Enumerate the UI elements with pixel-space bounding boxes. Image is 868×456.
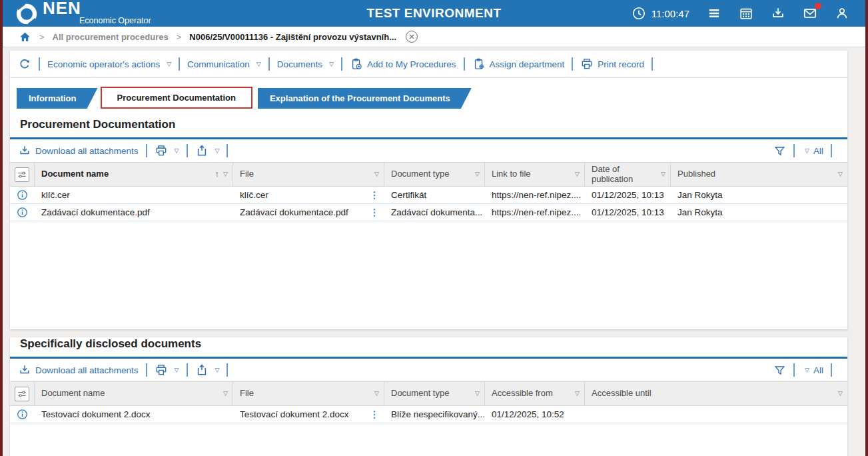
cell-accessible-from: 01/12/2025, 10:52 xyxy=(485,406,585,423)
filter-all-label: All xyxy=(813,146,823,156)
chevron-down-icon: ▽ xyxy=(805,367,809,373)
column-header-published[interactable]: Published ▽ xyxy=(671,163,847,186)
column-label: Accessible from xyxy=(492,389,574,399)
column-filter-icon[interactable]: ▽ xyxy=(838,171,843,177)
menu-economic-operators-actions[interactable]: Economic operator's actions ▽ xyxy=(47,59,171,69)
filter-all-dropdown[interactable]: ▽ All xyxy=(802,146,823,156)
toolbar-divider xyxy=(146,144,147,157)
download-all-attachments-button[interactable]: Download all attachments xyxy=(18,144,139,157)
action-label: Add to My Procedures xyxy=(367,59,456,69)
procurement-card: Economic operator's actions ▽ Communicat… xyxy=(10,51,847,329)
column-header-date-of-publication[interactable]: Date of publication ▽ xyxy=(585,163,671,186)
column-header-document-name[interactable]: Document name ↑ ▽ xyxy=(35,163,233,186)
tab-explanation[interactable]: Explanation of the Procurement Documents xyxy=(258,88,472,109)
column-label: Document name xyxy=(41,169,214,179)
row-menu-icon[interactable] xyxy=(370,409,379,420)
column-header-accessible-until[interactable]: Accessible until ▽ xyxy=(585,382,847,405)
print-record-button[interactable]: Print record xyxy=(580,57,644,71)
download-all-attachments-button[interactable]: Download all attachments xyxy=(18,363,139,377)
print-table-button[interactable]: ▽ xyxy=(155,363,179,377)
table-row[interactable]: Zadávací dokumentace.pdf Zadávací dokume… xyxy=(10,204,847,221)
tab-bar: Information Procurement Documentation Ex… xyxy=(17,87,847,109)
filter-funnel-icon[interactable] xyxy=(773,145,786,157)
cell-accessible-until xyxy=(585,406,847,423)
breadcrumb-current-procedure[interactable]: N006/25/V00011136 - Zajištění provozu vý… xyxy=(189,32,396,42)
file-name[interactable]: Testovací dokument 2.docx xyxy=(240,409,349,419)
column-header-document-name[interactable]: Document name ▽ xyxy=(35,382,233,405)
cell-document-type: Blíže nespecifikovaný... xyxy=(384,406,485,423)
table-row[interactable]: klíč.cer klíč.cer Certifikát https://nen… xyxy=(10,187,847,204)
cell-document-name: klíč.cer xyxy=(35,187,233,203)
table-row[interactable]: Testovací dokument 2.docx Testovací doku… xyxy=(10,406,847,423)
toolbar-divider xyxy=(341,57,342,71)
menu-communication[interactable]: Communication ▽ xyxy=(187,59,261,69)
assign-department-button[interactable]: Assign department xyxy=(472,57,565,71)
add-to-my-procedures-button[interactable]: Add to My Procedures xyxy=(350,57,456,71)
export-table-button[interactable]: ▽ xyxy=(195,363,220,377)
mail-button[interactable] xyxy=(803,6,817,21)
column-filter-icon[interactable]: ▽ xyxy=(223,171,228,177)
table-header-row: Document name ↑ ▽ File ▽ Document type ▽… xyxy=(10,162,847,187)
file-name[interactable]: Zadávací dokumentace.pdf xyxy=(240,207,348,217)
chevron-down-icon: ▽ xyxy=(215,148,220,154)
row-menu-icon[interactable] xyxy=(370,207,379,218)
file-name[interactable]: klíč.cer xyxy=(240,190,268,200)
column-filter-icon[interactable]: ▽ xyxy=(661,171,665,177)
column-filter-icon[interactable]: ▽ xyxy=(223,391,228,397)
info-icon[interactable] xyxy=(17,409,28,420)
user-icon[interactable] xyxy=(835,6,849,21)
chevron-down-icon: ▽ xyxy=(329,61,334,67)
brand-home-link[interactable]: NEN Economic Operator xyxy=(15,1,151,26)
cell-link-to-file[interactable]: https://nen-ref.nipez.... xyxy=(485,204,585,221)
export-table-button[interactable]: ▽ xyxy=(195,144,220,157)
column-filter-icon[interactable]: ▽ xyxy=(575,171,580,177)
filter-all-dropdown[interactable]: ▽ All xyxy=(802,365,823,375)
column-header-file[interactable]: File ▽ xyxy=(233,382,384,405)
calendar-icon[interactable] xyxy=(739,6,753,21)
tab-procurement-documentation[interactable]: Procurement Documentation xyxy=(101,87,252,109)
column-filter-icon[interactable]: ▽ xyxy=(575,391,580,397)
toolbar-divider xyxy=(179,57,180,71)
column-settings-icon[interactable] xyxy=(15,167,29,182)
info-icon[interactable] xyxy=(17,189,28,201)
column-settings-header xyxy=(10,163,35,186)
toolbar-divider xyxy=(268,57,270,71)
toolbar-divider xyxy=(651,57,653,71)
cell-link-to-file[interactable]: https://nen-ref.nipez.... xyxy=(485,187,585,203)
breadcrumb-all-procedures[interactable]: All procurement procedures xyxy=(53,32,169,42)
session-clock: 11:00:47 xyxy=(632,6,689,21)
toolbar-divider xyxy=(187,363,188,377)
action-label: Assign department xyxy=(490,59,565,69)
column-settings-header xyxy=(10,382,35,405)
column-filter-icon[interactable]: ▽ xyxy=(475,171,480,177)
info-icon[interactable] xyxy=(17,207,28,218)
table-toolbar: Download all attachments ▽ xyxy=(10,139,847,162)
column-header-link-to-file[interactable]: Link to file ▽ xyxy=(485,163,585,186)
row-menu-icon[interactable] xyxy=(370,190,379,201)
close-procedure-icon[interactable]: ✕ xyxy=(406,31,418,43)
refresh-icon[interactable] xyxy=(18,57,31,71)
downloads-tray-icon[interactable] xyxy=(771,6,785,21)
cell-file: Testovací dokument 2.docx xyxy=(233,406,384,423)
cell-document-name: Zadávací dokumentace.pdf xyxy=(35,204,233,221)
printer-icon xyxy=(580,57,594,71)
print-table-button[interactable]: ▽ xyxy=(155,144,179,157)
cell-date-of-publication: 01/12/2025, 10:13 xyxy=(585,204,671,221)
column-filter-icon[interactable]: ▽ xyxy=(475,391,480,397)
column-filter-icon[interactable]: ▽ xyxy=(374,391,379,397)
column-header-document-type[interactable]: Document type ▽ xyxy=(384,382,485,405)
table-filter-controls: ▽ All xyxy=(773,363,839,377)
menu-icon[interactable] xyxy=(707,6,721,21)
column-filter-icon[interactable]: ▽ xyxy=(374,171,379,177)
tab-information[interactable]: Information xyxy=(17,88,98,109)
column-filter-icon[interactable]: ▽ xyxy=(838,391,843,397)
home-icon[interactable] xyxy=(19,31,31,43)
filter-funnel-icon[interactable] xyxy=(773,364,786,377)
menu-documents[interactable]: Documents ▽ xyxy=(277,59,334,69)
column-header-document-type[interactable]: Document type ▽ xyxy=(384,163,485,186)
column-header-file[interactable]: File ▽ xyxy=(233,163,384,186)
sort-asc-icon: ↑ xyxy=(215,169,220,179)
column-header-accessible-from[interactable]: Accessible from ▽ xyxy=(485,382,585,405)
table-filter-controls: ▽ All xyxy=(773,144,839,157)
column-settings-icon[interactable] xyxy=(15,387,29,401)
